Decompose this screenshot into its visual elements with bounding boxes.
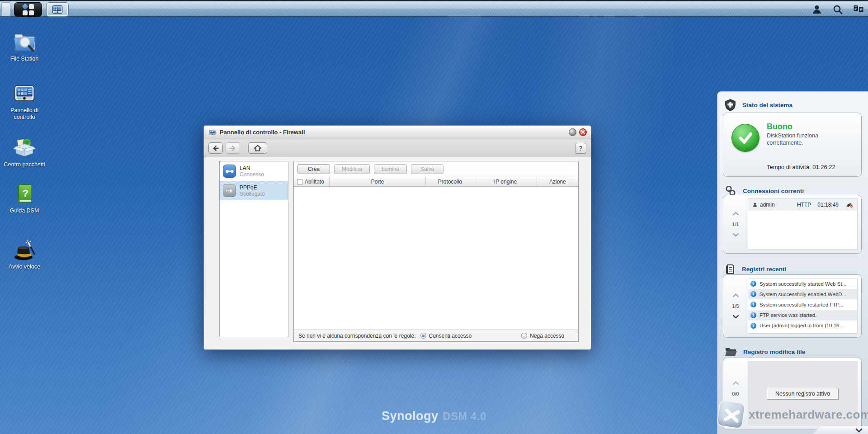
page-up-icon[interactable] (732, 212, 739, 216)
home-icon (253, 144, 262, 152)
window-titlebar[interactable]: Pannello di controllo - Firewall (204, 126, 591, 139)
interface-item-pppoe[interactable]: PPPoE Scollegato (220, 181, 288, 200)
control-panel-icon (208, 129, 216, 136)
column-header-ports[interactable]: Porte (330, 177, 426, 186)
recent-logs-header: Registri recenti (725, 264, 786, 275)
connection-duration: 01:18:49 (817, 202, 839, 208)
desktop-icon-quick-start[interactable]: Avvio veloce (3, 237, 46, 270)
forward-button[interactable] (226, 142, 240, 154)
log-entry: System successfully started Web St... (748, 278, 857, 289)
info-icon (750, 323, 756, 329)
interface-list: LAN Connesso PPPoE Scollegato (219, 161, 288, 337)
modify-button[interactable]: Modifica (334, 164, 370, 174)
window-content: LAN Connesso PPPoE Scollegato (204, 157, 591, 349)
interface-status: Connesso (240, 171, 264, 178)
interface-name: PPPoE (240, 184, 265, 191)
dsm-help-icon: ? (3, 182, 46, 205)
desktop-icon-control-panel[interactable]: Pannello di controllo (3, 81, 46, 121)
taskbar (0, 0, 868, 17)
desktop-icon-package-center[interactable]: Centro pacchetti (3, 136, 46, 168)
info-icon (750, 312, 756, 318)
pilot-view-icon[interactable] (853, 4, 864, 15)
disconnect-icon[interactable] (846, 202, 853, 208)
log-list: System successfully started Web St... Sy… (748, 278, 858, 334)
column-header-protocol[interactable]: Protocollo (426, 177, 474, 186)
delete-button[interactable]: Elimina (374, 164, 407, 174)
user-icon[interactable] (811, 4, 823, 15)
column-header-source-ip[interactable]: IP origine (474, 177, 537, 186)
page-up-icon[interactable] (732, 293, 739, 297)
page-down-icon[interactable] (732, 233, 739, 237)
close-icon (581, 130, 585, 134)
interface-name: LAN (240, 165, 264, 171)
column-label: Azione (549, 179, 566, 185)
section-title: Registri recenti (742, 266, 786, 273)
desktop-icon-file-station[interactable]: File Station (3, 28, 46, 62)
show-desktop-button[interactable] (1, 2, 10, 16)
page-down-icon[interactable] (732, 402, 739, 406)
column-label: IP origine (494, 179, 517, 185)
page-up-icon[interactable] (732, 381, 739, 385)
desktop-icon-dsm-help[interactable]: ? Guida DSM (3, 182, 46, 214)
back-icon (211, 144, 220, 152)
column-label: Protocollo (438, 179, 462, 185)
connection-user: admin (760, 202, 794, 208)
interface-status: Scollegato (240, 191, 265, 197)
log-entry: System successfully enabled WebD... (748, 289, 857, 299)
page-indicator: 1/1 (732, 222, 739, 227)
file-log-empty-area: Nessun registro attivo (748, 361, 858, 426)
window-title: Pannello di controllo - Firewall (220, 129, 305, 136)
system-health-widget: Stato del sistema Buono DiskStation funz… (717, 91, 868, 434)
select-all-checkbox[interactable] (297, 179, 302, 184)
page-indicator: 0/0 (732, 391, 739, 396)
pppoe-icon (223, 184, 236, 197)
section-title: Stato del sistema (742, 102, 793, 108)
rules-table-header: Abilitato Porte Protocollo IP origine Az… (294, 177, 578, 187)
forward-icon (228, 144, 237, 152)
column-header-enabled[interactable]: Abilitato (294, 177, 330, 186)
rules-footer: Se non vi è alcuna corrispondenza con le… (294, 330, 578, 341)
column-label: Porte (371, 179, 384, 185)
lan-icon (223, 165, 236, 178)
save-button[interactable]: Salva (411, 164, 443, 174)
main-menu-button[interactable] (14, 2, 42, 17)
control-panel-icon (3, 81, 46, 105)
control-panel-icon (51, 4, 64, 15)
desktop-icon-label: Pannello di controllo (3, 107, 46, 121)
control-panel-firewall-window: Pannello di controllo - Firewall ? (203, 125, 591, 350)
log-entry: User [admin] logged in from [10.16... (748, 321, 857, 331)
create-button[interactable]: Crea (297, 164, 330, 174)
connection-row: admin HTTP 01:18:49 (748, 199, 857, 211)
section-title: Connessioni correnti (743, 188, 804, 194)
allow-access-radio[interactable] (420, 333, 426, 339)
shield-icon (725, 99, 736, 111)
log-text: User [admin] logged in from [10.16... (760, 323, 844, 328)
chevron-down-icon (855, 428, 863, 433)
minimize-button[interactable] (569, 128, 576, 136)
document-icon (725, 264, 736, 275)
taskbar-item-control-panel[interactable] (47, 3, 68, 16)
rules-toolbar: Crea Modifica Elimina Salva (294, 161, 578, 177)
desktop-icon-label: Avvio veloce (3, 264, 46, 270)
close-button[interactable] (579, 128, 587, 136)
page-down-icon[interactable] (732, 315, 739, 319)
column-label: Abilitato (305, 179, 324, 185)
deny-access-radio[interactable] (521, 333, 527, 339)
system-status-header: Stato del sistema (725, 99, 793, 111)
column-header-action[interactable]: Azione (537, 177, 578, 186)
search-icon[interactable] (832, 4, 844, 15)
allow-access-label: Consenti accesso (429, 333, 472, 339)
desktop-icon-label: Centro pacchetti (3, 161, 46, 168)
help-button[interactable]: ? (575, 143, 586, 154)
interface-item-lan[interactable]: LAN Connesso (220, 161, 288, 181)
package-center-icon (3, 136, 46, 159)
connection-protocol: HTTP (797, 202, 811, 208)
quick-start-icon (3, 237, 46, 261)
folder-icon (725, 347, 737, 357)
firewall-rules-panel: Crea Modifica Elimina Salva Abilitato Po… (293, 161, 579, 342)
home-button[interactable] (248, 142, 267, 154)
log-entry: System successfully restarted FTP... (748, 299, 857, 310)
desktop-icon-label: Guida DSM (3, 208, 46, 214)
back-button[interactable] (208, 142, 223, 154)
recent-logs-card: 1/5 System successfully started Web St..… (723, 274, 862, 338)
